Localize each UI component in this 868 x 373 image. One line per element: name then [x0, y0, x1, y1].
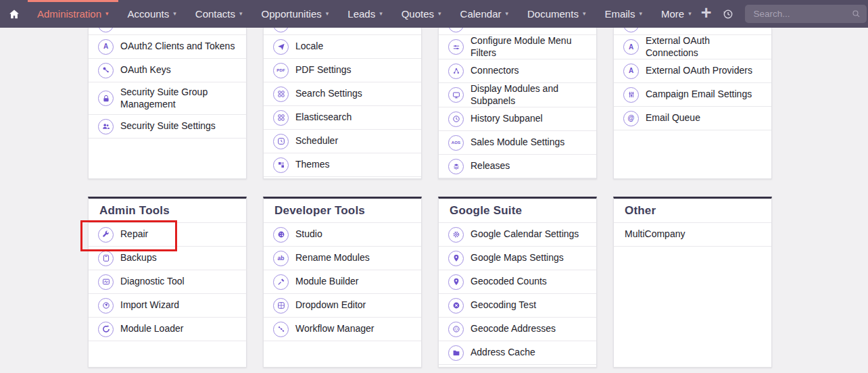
admin-link-label: Backups [120, 252, 157, 264]
admin-link-address-cache[interactable]: Address Cache [439, 341, 596, 365]
admin-link-workflow-manager[interactable]: Workflow Manager [264, 318, 421, 341]
oauth-a-icon: A [98, 39, 114, 55]
card-empty-space [264, 177, 421, 178]
admin-link-label: MultiCompany [625, 228, 685, 241]
admin-link-module-loader[interactable]: Module Loader [89, 318, 246, 341]
partial-item-icon [273, 28, 289, 32]
admin-link-google-calendar-settings[interactable]: Google Calendar Settings [439, 223, 596, 247]
map-pin-icon [448, 274, 464, 290]
chevron-down-icon: ▾ [688, 11, 692, 17]
grid-boxes-icon [273, 110, 289, 126]
key-icon [98, 63, 114, 78]
admin-link-label: Configure Module Menu Filters [471, 35, 589, 59]
admin-card-other: OtherMultiCompany [613, 197, 772, 368]
admin-link-label: PDF Settings [295, 64, 351, 76]
nav-item-accounts[interactable]: Accounts▾ [118, 0, 186, 28]
folder-icon [448, 345, 464, 361]
oauth-a-icon: A [623, 39, 639, 55]
admin-link-external-oauth-connections[interactable]: AExternal OAuth Connections [614, 35, 771, 59]
quick-create-plus-icon[interactable]: + [701, 4, 712, 22]
admin-link-oauth-keys[interactable]: OAuth Keys [89, 59, 246, 82]
nav-item-more[interactable]: More▾ [652, 0, 701, 28]
admin-link-oauth2-clients-and-tokens[interactable]: AOAuth2 Clients and Tokens [89, 35, 246, 59]
grid-square-icon [273, 298, 289, 314]
admin-link-label: OAuth Keys [120, 64, 171, 76]
layers-icon [448, 159, 464, 174]
admin-link-scheduler[interactable]: Scheduler [264, 130, 421, 153]
admin-link-repair[interactable]: Repair [89, 223, 246, 247]
chevron-down-icon: ▾ [105, 11, 109, 17]
compass-icon [98, 298, 114, 314]
admin-link-multicompany[interactable]: MultiCompany [614, 223, 771, 247]
admin-link-geocoding-test[interactable]: Geocoding Test [439, 294, 596, 318]
admin-link-label: Geocoded Counts [471, 276, 547, 288]
nav-item-opportunities[interactable]: Opportunities▾ [252, 0, 339, 28]
share-nodes-icon [448, 64, 464, 79]
home-icon[interactable] [7, 7, 21, 21]
admin-link-label: Search Settings [295, 88, 362, 100]
card-empty-space [614, 130, 771, 178]
nav-item-label: Opportunities [262, 8, 322, 20]
sliders-horizontal-icon [448, 39, 464, 55]
chevron-down-icon: ▾ [639, 11, 642, 17]
admin-link-label: Module Loader [120, 323, 183, 335]
search-input[interactable] [745, 5, 867, 23]
nav-item-documents[interactable]: Documents▾ [518, 0, 595, 28]
people-icon [98, 119, 114, 134]
admin-link-geocoded-counts[interactable]: Geocoded Counts [439, 270, 596, 294]
admin-link-studio[interactable]: Studio [264, 223, 421, 247]
admin-link-configure-module-menu-filters[interactable]: Configure Module Menu Filters [439, 35, 596, 59]
admin-link-security-suite-settings[interactable]: Security Suite Settings [89, 115, 246, 139]
chevron-down-icon: ▾ [505, 11, 508, 17]
loader-circle-icon [98, 322, 114, 337]
admin-card-2: Configure Module Menu FiltersConnectorsD… [438, 28, 597, 179]
admin-link-label: Google Calendar Settings [471, 228, 579, 241]
admin-link-email-queue[interactable]: @Email Queue [614, 107, 771, 130]
nav-item-contacts[interactable]: Contacts▾ [186, 0, 252, 28]
admin-link-rename-modules[interactable]: abRename Modules [264, 247, 421, 270]
admin-link-pdf-settings[interactable]: PDFPDF Settings [264, 59, 421, 82]
admin-link-connectors[interactable]: Connectors [439, 59, 596, 83]
nav-item-leads[interactable]: Leads▾ [338, 0, 391, 28]
admin-link-label: Google Maps Settings [471, 252, 564, 264]
nav-item-calendar[interactable]: Calendar▾ [451, 0, 518, 28]
nav-item-emails[interactable]: Emails▾ [595, 0, 652, 28]
admin-link-search-settings[interactable]: Search Settings [264, 82, 421, 106]
nav-item-quotes[interactable]: Quotes▾ [392, 0, 451, 28]
admin-link-backups[interactable]: Backups [89, 247, 246, 270]
admin-link-module-builder[interactable]: Module Builder [264, 270, 421, 294]
admin-link-diagnostic-tool[interactable]: Diagnostic Tool [89, 270, 246, 294]
admin-link-google-maps-settings[interactable]: Google Maps Settings [439, 247, 596, 270]
admin-link-themes[interactable]: Themes [264, 153, 421, 177]
admin-page: Administration▾Accounts▾Contacts▾Opportu… [0, 0, 868, 373]
admin-link-dropdown-editor[interactable]: Dropdown Editor [264, 294, 421, 318]
admin-card-admin-tools: Admin ToolsRepairBackupsDiagnostic ToolI… [88, 197, 247, 368]
search-icon[interactable] [850, 8, 862, 20]
admin-link-label: Studio [295, 228, 322, 241]
admin-card-0: AOAuth2 Clients and TokensOAuth KeysSecu… [88, 28, 247, 179]
admin-link-sales-module-settings[interactable]: AOSSales Module Settings [439, 131, 596, 155]
admin-link-campaign-email-settings[interactable]: Campaign Email Settings [614, 83, 771, 107]
nav-item-administration[interactable]: Administration▾ [28, 0, 118, 28]
admin-link-security-suite-group-management[interactable]: Security Suite Group Management [89, 82, 246, 115]
nav-item-label: Administration [37, 8, 101, 20]
aos-icon: AOS [448, 135, 464, 151]
chevron-down-icon: ▾ [239, 11, 243, 17]
chevron-down-icon: ▾ [438, 11, 441, 17]
recently-viewed-icon[interactable] [721, 7, 735, 21]
admin-link-import-wizard[interactable]: Import Wizard [89, 294, 246, 318]
admin-link-external-oauth-providers[interactable]: AExternal OAuth Providers [614, 59, 771, 83]
cross-target-icon [448, 298, 464, 314]
admin-link-elasticsearch[interactable]: Elasticsearch [264, 106, 421, 130]
partial-item-row [614, 28, 771, 35]
admin-link-label: Address Cache [471, 347, 535, 359]
workflow-nodes-icon [273, 322, 289, 337]
admin-link-label: Diagnostic Tool [120, 276, 185, 288]
partial-item-row [264, 28, 421, 35]
admin-link-geocode-addresses[interactable]: Geocode Addresses [439, 318, 596, 341]
admin-link-history-subpanel[interactable]: History Subpanel [439, 107, 596, 131]
admin-card-1: LocalePDFPDF SettingsSearch SettingsElas… [263, 28, 422, 179]
admin-link-locale[interactable]: Locale [264, 35, 421, 59]
admin-link-releases[interactable]: Releases [439, 155, 596, 178]
admin-link-display-modules-and-subpanels[interactable]: Display Modules and Subpanels [439, 83, 596, 107]
